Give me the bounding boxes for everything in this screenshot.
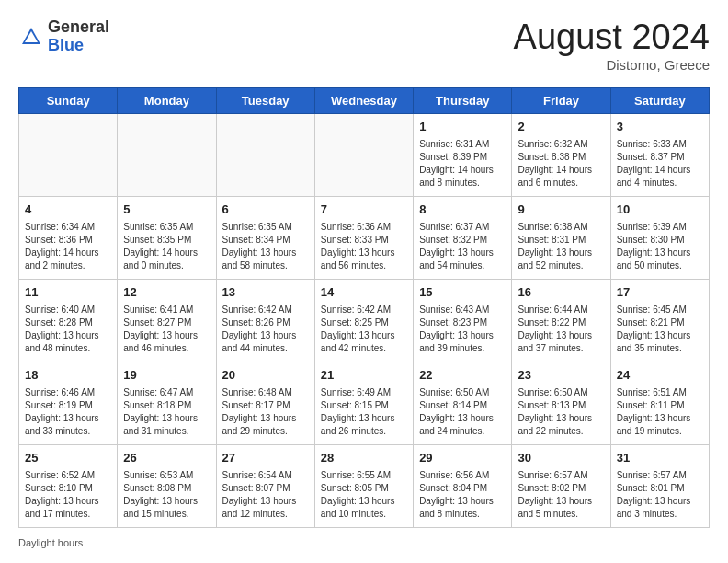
calendar-day: 15Sunrise: 6:43 AM Sunset: 8:23 PM Dayli… [414,279,512,362]
calendar-day: 21Sunrise: 6:49 AM Sunset: 8:15 PM Dayli… [314,362,413,444]
calendar-day [19,113,118,196]
day-info: Sunrise: 6:37 AM Sunset: 8:32 PM Dayligh… [419,221,506,272]
day-number: 19 [123,367,210,385]
day-info: Sunrise: 6:32 AM Sunset: 8:38 PM Dayligh… [518,138,605,190]
col-header-thursday: Thursday [414,87,512,113]
calendar-day: 25Sunrise: 6:52 AM Sunset: 8:10 PM Dayli… [19,444,118,527]
logo-icon [18,24,44,50]
logo-blue-text: Blue [48,37,109,55]
calendar-day: 6Sunrise: 6:35 AM Sunset: 8:34 PM Daylig… [216,196,314,279]
day-info: Sunrise: 6:52 AM Sunset: 8:10 PM Dayligh… [25,469,112,521]
calendar-day: 11Sunrise: 6:40 AM Sunset: 8:28 PM Dayli… [19,279,118,362]
day-number: 20 [222,367,310,385]
col-header-wednesday: Wednesday [314,87,413,113]
day-info: Sunrise: 6:47 AM Sunset: 8:18 PM Dayligh… [123,386,210,438]
day-number: 1 [419,119,506,136]
calendar-day: 22Sunrise: 6:50 AM Sunset: 8:14 PM Dayli… [414,362,512,444]
day-number: 27 [222,450,310,467]
day-info: Sunrise: 6:53 AM Sunset: 8:08 PM Dayligh… [123,469,210,521]
calendar-day: 19Sunrise: 6:47 AM Sunset: 8:18 PM Dayli… [118,362,216,444]
calendar-day: 24Sunrise: 6:51 AM Sunset: 8:11 PM Dayli… [610,362,709,444]
calendar-header-row: SundayMondayTuesdayWednesdayThursdayFrid… [19,87,710,113]
logo: General Blue [18,18,109,55]
day-number: 28 [321,450,408,467]
col-header-saturday: Saturday [610,87,709,113]
logo-text: General Blue [48,18,109,55]
calendar-week-5: 25Sunrise: 6:52 AM Sunset: 8:10 PM Dayli… [19,444,710,527]
day-info: Sunrise: 6:51 AM Sunset: 8:11 PM Dayligh… [617,386,704,438]
day-info: Sunrise: 6:54 AM Sunset: 8:07 PM Dayligh… [222,469,310,521]
day-info: Sunrise: 6:57 AM Sunset: 8:01 PM Dayligh… [617,469,704,521]
day-number: 29 [419,450,506,467]
calendar-day [118,113,216,196]
col-header-friday: Friday [512,87,610,113]
day-info: Sunrise: 6:55 AM Sunset: 8:05 PM Dayligh… [321,469,408,521]
location-subtitle: Distomo, Greece [514,57,710,73]
col-header-monday: Monday [118,87,216,113]
day-info: Sunrise: 6:42 AM Sunset: 8:25 PM Dayligh… [321,304,408,355]
calendar-day: 5Sunrise: 6:35 AM Sunset: 8:35 PM Daylig… [118,196,216,279]
calendar-day: 9Sunrise: 6:38 AM Sunset: 8:31 PM Daylig… [512,196,610,279]
calendar-week-2: 4Sunrise: 6:34 AM Sunset: 8:36 PM Daylig… [19,196,710,279]
day-info: Sunrise: 6:31 AM Sunset: 8:39 PM Dayligh… [419,138,506,190]
calendar-week-4: 18Sunrise: 6:46 AM Sunset: 8:19 PM Dayli… [19,362,710,444]
day-number: 8 [419,201,506,219]
calendar-table: SundayMondayTuesdayWednesdayThursdayFrid… [18,87,710,528]
day-info: Sunrise: 6:57 AM Sunset: 8:02 PM Dayligh… [518,469,605,521]
calendar-day: 3Sunrise: 6:33 AM Sunset: 8:37 PM Daylig… [610,113,709,196]
day-number: 30 [518,450,605,467]
calendar-day: 30Sunrise: 6:57 AM Sunset: 8:02 PM Dayli… [512,444,610,527]
day-info: Sunrise: 6:56 AM Sunset: 8:04 PM Dayligh… [419,469,506,521]
day-info: Sunrise: 6:44 AM Sunset: 8:22 PM Dayligh… [518,304,605,355]
day-number: 22 [419,367,506,385]
day-info: Sunrise: 6:35 AM Sunset: 8:34 PM Dayligh… [222,221,310,272]
title-block: August 2024 Distomo, Greece [514,18,710,73]
day-number: 7 [321,201,408,219]
day-number: 18 [25,367,112,385]
day-info: Sunrise: 6:36 AM Sunset: 8:33 PM Dayligh… [321,221,408,272]
day-number: 5 [123,201,210,219]
day-info: Sunrise: 6:35 AM Sunset: 8:35 PM Dayligh… [123,221,210,272]
calendar-day: 1Sunrise: 6:31 AM Sunset: 8:39 PM Daylig… [414,113,512,196]
day-info: Sunrise: 6:42 AM Sunset: 8:26 PM Dayligh… [222,304,310,355]
calendar-day [216,113,314,196]
calendar-day: 20Sunrise: 6:48 AM Sunset: 8:17 PM Dayli… [216,362,314,444]
day-number: 16 [518,284,605,302]
calendar-day: 27Sunrise: 6:54 AM Sunset: 8:07 PM Dayli… [216,444,314,527]
day-number: 10 [617,201,704,219]
calendar-day: 14Sunrise: 6:42 AM Sunset: 8:25 PM Dayli… [314,279,413,362]
calendar-day: 17Sunrise: 6:45 AM Sunset: 8:21 PM Dayli… [610,279,709,362]
day-info: Sunrise: 6:48 AM Sunset: 8:17 PM Dayligh… [222,386,310,438]
calendar-day: 28Sunrise: 6:55 AM Sunset: 8:05 PM Dayli… [314,444,413,527]
day-info: Sunrise: 6:38 AM Sunset: 8:31 PM Dayligh… [518,221,605,272]
day-number: 2 [518,119,605,136]
month-year-title: August 2024 [514,18,710,57]
day-number: 26 [123,450,210,467]
daylight-label: Daylight hours [18,537,83,548]
calendar-day: 29Sunrise: 6:56 AM Sunset: 8:04 PM Dayli… [414,444,512,527]
calendar-day: 2Sunrise: 6:32 AM Sunset: 8:38 PM Daylig… [512,113,610,196]
col-header-tuesday: Tuesday [216,87,314,113]
day-number: 14 [321,284,408,302]
calendar-day: 13Sunrise: 6:42 AM Sunset: 8:26 PM Dayli… [216,279,314,362]
calendar-day: 4Sunrise: 6:34 AM Sunset: 8:36 PM Daylig… [19,196,118,279]
day-number: 6 [222,201,310,219]
day-number: 15 [419,284,506,302]
day-number: 25 [25,450,112,467]
day-number: 3 [617,119,704,136]
day-info: Sunrise: 6:41 AM Sunset: 8:27 PM Dayligh… [123,304,210,355]
day-info: Sunrise: 6:50 AM Sunset: 8:13 PM Dayligh… [518,386,605,438]
day-number: 12 [123,284,210,302]
page-header: General Blue August 2024 Distomo, Greece [18,18,710,73]
day-info: Sunrise: 6:43 AM Sunset: 8:23 PM Dayligh… [419,304,506,355]
footer: Daylight hours [18,537,710,548]
calendar-day: 26Sunrise: 6:53 AM Sunset: 8:08 PM Dayli… [118,444,216,527]
calendar-day: 12Sunrise: 6:41 AM Sunset: 8:27 PM Dayli… [118,279,216,362]
day-number: 11 [25,284,112,302]
calendar-day: 16Sunrise: 6:44 AM Sunset: 8:22 PM Dayli… [512,279,610,362]
day-info: Sunrise: 6:33 AM Sunset: 8:37 PM Dayligh… [617,138,704,190]
day-number: 31 [617,450,704,467]
calendar-day [314,113,413,196]
day-number: 24 [617,367,704,385]
day-info: Sunrise: 6:39 AM Sunset: 8:30 PM Dayligh… [617,221,704,272]
